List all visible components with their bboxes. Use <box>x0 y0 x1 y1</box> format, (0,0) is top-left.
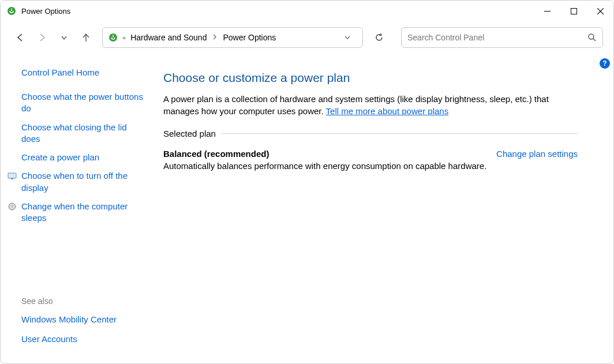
selected-plan-heading: Selected plan <box>163 129 578 138</box>
selected-plan-label: Selected plan <box>163 129 216 138</box>
navigation-row: « Hardware and Sound Power Options <box>1 21 613 54</box>
maximize-button[interactable] <box>560 1 587 21</box>
search-icon[interactable] <box>587 33 597 42</box>
content-area: ? Control Panel Home Choose what the pow… <box>1 54 613 363</box>
forward-button[interactable] <box>33 28 51 47</box>
address-bar[interactable]: « Hardware and Sound Power Options <box>102 27 363 48</box>
power-options-icon <box>6 6 17 16</box>
sidebar-link-sleep[interactable]: Change when the computer sleeps <box>21 201 146 224</box>
svg-rect-5 <box>113 35 113 37</box>
plan-row: Balanced (recommended) Automatically bal… <box>163 149 578 171</box>
main-panel: Choose or customize a power plan A power… <box>152 54 613 363</box>
up-button[interactable] <box>77 28 95 47</box>
svg-rect-7 <box>8 173 16 178</box>
svg-rect-3 <box>571 8 576 14</box>
window-title: Power Options <box>21 7 70 16</box>
address-dropdown[interactable] <box>337 34 358 41</box>
sidebar-link-create-plan[interactable]: Create a power plan <box>21 152 146 163</box>
power-options-icon <box>107 32 119 43</box>
see-also-heading: See also <box>21 297 146 306</box>
search-input[interactable] <box>407 33 587 42</box>
moon-icon <box>8 202 17 211</box>
tell-me-more-link[interactable]: Tell me more about power plans <box>326 106 449 116</box>
sidebar-link-display-off[interactable]: Choose when to turn off the display <box>21 170 146 194</box>
refresh-button[interactable] <box>369 27 390 48</box>
change-plan-settings-link[interactable]: Change plan settings <box>496 149 578 159</box>
breadcrumb-overflow-icon[interactable]: « <box>122 34 126 41</box>
page-description: A power plan is a collection of hardware… <box>163 93 578 117</box>
back-button[interactable] <box>11 28 29 47</box>
see-also-mobility-center[interactable]: Windows Mobility Center <box>21 314 146 325</box>
control-panel-home-link[interactable]: Control Panel Home <box>21 67 146 77</box>
display-icon <box>8 171 17 181</box>
title-bar: Power Options <box>1 1 613 21</box>
sidebar-link-power-buttons[interactable]: Choose what the power buttons do <box>21 91 146 115</box>
divider <box>222 133 578 134</box>
sidebar-link-label: Choose when to turn off the display <box>21 171 128 192</box>
see-also-user-accounts[interactable]: User Accounts <box>21 333 146 345</box>
recent-dropdown[interactable] <box>55 28 73 47</box>
svg-rect-1 <box>11 9 12 12</box>
chevron-right-icon[interactable] <box>208 33 222 42</box>
page-title: Choose or customize a power plan <box>163 71 578 85</box>
svg-rect-8 <box>11 178 13 179</box>
plan-info: Balanced (recommended) Automatically bal… <box>163 149 486 171</box>
close-button[interactable] <box>587 1 613 21</box>
sidebar-link-label: Change when the computer sleeps <box>21 201 128 223</box>
sidebar: Control Panel Home Choose what the power… <box>1 54 152 363</box>
minimize-button[interactable] <box>534 1 560 21</box>
plan-description: Automatically balances performance with … <box>163 161 486 171</box>
help-icon[interactable]: ? <box>600 58 610 69</box>
breadcrumb-hardware-sound[interactable]: Hardware and Sound <box>129 31 208 44</box>
plan-name: Balanced (recommended) <box>163 149 486 159</box>
search-box[interactable] <box>401 27 603 48</box>
sidebar-link-closing-lid[interactable]: Choose what closing the lid does <box>21 122 146 145</box>
svg-rect-2 <box>544 11 551 12</box>
breadcrumb-power-options[interactable]: Power Options <box>222 31 277 44</box>
svg-point-6 <box>589 34 594 39</box>
